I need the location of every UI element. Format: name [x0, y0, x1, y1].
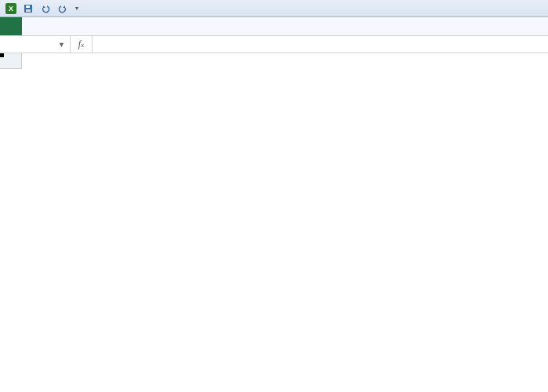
file-tab[interactable]: [0, 17, 22, 35]
fx-icon[interactable]: fx: [71, 36, 93, 53]
qat-customize-icon[interactable]: ▾: [72, 2, 82, 16]
select-all-corner[interactable]: [0, 53, 22, 69]
svg-rect-2: [26, 9, 31, 12]
ribbon-tabs: [0, 17, 548, 36]
svg-rect-1: [26, 5, 30, 8]
name-box-dropdown-icon[interactable]: ▼: [58, 41, 65, 49]
app-icon[interactable]: X: [3, 2, 19, 16]
worksheet-grid[interactable]: [0, 53, 548, 392]
formula-bar[interactable]: [93, 36, 548, 53]
formula-bar-row: ▼ fx: [0, 36, 548, 53]
quick-access-toolbar: X ▾: [0, 0, 548, 17]
save-icon[interactable]: [20, 2, 36, 16]
undo-icon[interactable]: [38, 2, 53, 16]
name-box[interactable]: ▼: [0, 36, 71, 53]
redo-icon[interactable]: [55, 2, 71, 16]
